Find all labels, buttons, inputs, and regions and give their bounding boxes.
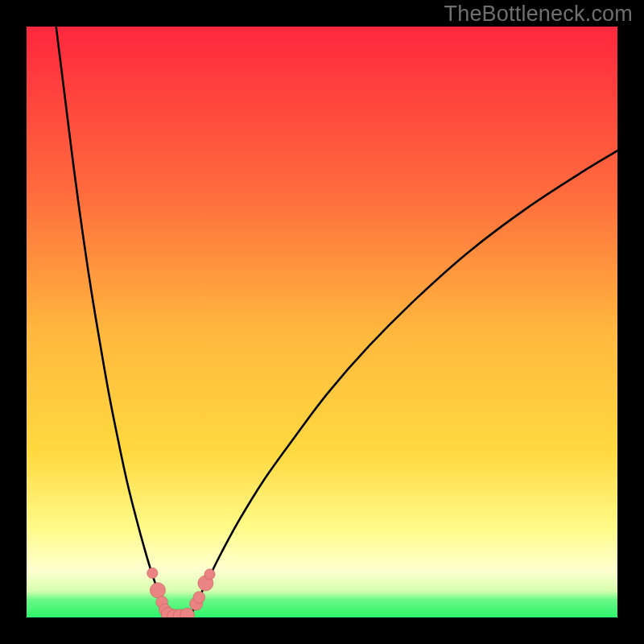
chart-marker bbox=[193, 592, 205, 604]
chart-marker bbox=[147, 568, 158, 578]
chart-marker bbox=[204, 569, 215, 580]
watermark-text: TheBottleneck.com bbox=[444, 2, 633, 27]
chart-svg bbox=[27, 27, 617, 617]
outer-frame: TheBottleneck.com bbox=[0, 0, 644, 644]
chart-marker bbox=[150, 583, 165, 598]
chart-plot-area bbox=[27, 27, 617, 617]
chart-background-gradient bbox=[27, 27, 617, 617]
